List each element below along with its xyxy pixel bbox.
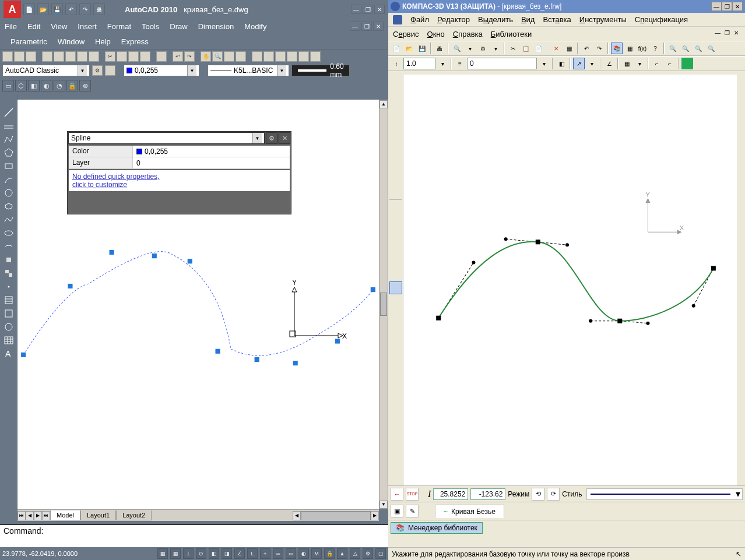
k-pp-auto-icon[interactable]: ✎ bbox=[406, 505, 419, 517]
sheet-icon[interactable] bbox=[287, 51, 297, 62]
k-zoomout-icon[interactable]: 🔍 bbox=[693, 43, 704, 54]
k-paste-icon[interactable]: 📄 bbox=[533, 43, 544, 54]
k-layer-combo[interactable]: 0 bbox=[467, 58, 537, 69]
k-mode-btn-1-icon[interactable]: ⟲ bbox=[532, 488, 544, 501]
k-menu-file[interactable]: Файл bbox=[410, 15, 429, 24]
k-menu-help[interactable]: Справка bbox=[453, 30, 483, 38]
ws-settings-icon[interactable]: ⚙ bbox=[92, 65, 103, 76]
k-inner-close-icon[interactable]: ✕ bbox=[732, 29, 740, 36]
dcenter-icon[interactable] bbox=[263, 51, 274, 62]
autocad-command-line[interactable]: Command: bbox=[0, 524, 388, 547]
k-vtb-poly-icon[interactable] bbox=[389, 268, 402, 281]
arc-icon[interactable] bbox=[2, 173, 15, 186]
inner-maximize-icon[interactable]: ❐ bbox=[361, 22, 372, 31]
ws2-icon[interactable]: ⚙ bbox=[363, 548, 373, 559]
k-redo-icon[interactable]: ↷ bbox=[593, 43, 605, 54]
k-snap-toggle-icon[interactable]: ↗ bbox=[573, 58, 585, 69]
qat-print-icon[interactable]: 🖶 bbox=[93, 3, 105, 15]
k-vtb-3-icon[interactable] bbox=[389, 102, 402, 115]
vp-lock-icon[interactable]: 🔒 bbox=[66, 80, 78, 91]
polygon-icon[interactable] bbox=[2, 146, 15, 159]
lock-icon[interactable]: 🔒 bbox=[324, 548, 335, 559]
paste-icon[interactable] bbox=[128, 51, 139, 62]
k-pp-select-icon[interactable]: ▣ bbox=[391, 505, 403, 517]
qp-icon[interactable]: ▭ bbox=[286, 548, 296, 559]
menu-view[interactable]: View bbox=[51, 22, 67, 31]
circle-icon[interactable] bbox=[2, 186, 15, 199]
ellipse-arc-icon[interactable] bbox=[2, 240, 15, 253]
k-blueview-icon[interactable] bbox=[681, 58, 693, 69]
k-vtb-point-icon[interactable] bbox=[389, 201, 402, 214]
k-menu-insert[interactable]: Вставка bbox=[543, 15, 571, 24]
k-props-icon[interactable]: ▦ bbox=[563, 43, 575, 54]
ellipse-icon[interactable] bbox=[2, 227, 15, 240]
color-combo[interactable]: 0,0,255▼ bbox=[124, 65, 199, 76]
hscroll-left-icon[interactable]: ◀ bbox=[293, 511, 301, 520]
k-vtb-4-icon[interactable] bbox=[389, 115, 402, 128]
k-menu-view[interactable]: Вид bbox=[521, 15, 535, 24]
k-calc-icon[interactable]: ▦ bbox=[624, 43, 635, 54]
preview-icon[interactable] bbox=[54, 51, 64, 62]
kompas-vertical-scrollbar[interactable] bbox=[737, 75, 745, 485]
k-pp-back-icon[interactable]: ← bbox=[391, 488, 403, 501]
annoscale-icon[interactable]: △ bbox=[350, 548, 360, 559]
qat-undo-icon[interactable]: ↶ bbox=[65, 3, 77, 15]
inner-minimize-icon[interactable]: — bbox=[350, 22, 360, 31]
k-inner-minimize-icon[interactable]: — bbox=[714, 29, 722, 36]
qprops-row-layer[interactable]: Layer 0 bbox=[69, 157, 290, 169]
osnap-icon[interactable]: ◧ bbox=[209, 548, 219, 559]
k-layer-arrow-icon[interactable]: ▾ bbox=[538, 58, 550, 69]
k-vtb-6-icon[interactable] bbox=[389, 142, 402, 155]
k-gear-arrow-icon[interactable]: ▾ bbox=[490, 43, 501, 54]
k-menu-spec[interactable]: Спецификация bbox=[635, 15, 688, 24]
k-eraser-icon[interactable]: ◧ bbox=[556, 58, 567, 69]
3dprint-icon[interactable] bbox=[77, 51, 87, 62]
k-snap-arrow-icon[interactable]: ▾ bbox=[586, 58, 598, 69]
k-vtb-1-icon[interactable] bbox=[389, 75, 402, 88]
polar-icon[interactable]: ⊙ bbox=[196, 548, 206, 559]
grid-icon[interactable]: ▦ bbox=[170, 548, 181, 559]
k-maximize-icon[interactable]: ❐ bbox=[722, 2, 732, 11]
menu-window[interactable]: Window bbox=[58, 37, 85, 46]
vertical-scrollbar[interactable]: ▲ ▼ bbox=[379, 100, 388, 509]
k-close-icon[interactable]: ✕ bbox=[732, 2, 743, 11]
k-grid-arrow-icon[interactable]: ▾ bbox=[634, 58, 645, 69]
block-icon[interactable] bbox=[156, 51, 167, 62]
menu-parametric[interactable]: Parametric bbox=[10, 37, 47, 46]
zoom-icon[interactable]: 🔍 bbox=[212, 51, 223, 62]
k-fx-icon[interactable]: f(x) bbox=[637, 43, 648, 54]
k-vtb-chamfer-icon[interactable] bbox=[389, 295, 402, 308]
scroll-thumb[interactable] bbox=[380, 293, 387, 316]
k-coord-y-input[interactable] bbox=[470, 488, 505, 500]
constrline-icon[interactable] bbox=[2, 119, 15, 132]
qat-open-icon[interactable]: 📂 bbox=[37, 3, 49, 15]
copy-icon[interactable] bbox=[117, 51, 127, 62]
k-vtb-9-icon[interactable] bbox=[389, 182, 402, 195]
qat-redo-icon[interactable]: ↷ bbox=[79, 3, 91, 15]
open-icon[interactable] bbox=[14, 51, 24, 62]
vp-rect-icon[interactable]: ◧ bbox=[28, 80, 40, 91]
qat-save-icon[interactable]: 💾 bbox=[51, 3, 63, 15]
k-menu-window[interactable]: Окно bbox=[427, 30, 445, 38]
k-globcs-icon[interactable]: ⌐ bbox=[664, 58, 676, 69]
tpal-icon[interactable] bbox=[275, 51, 286, 62]
k-mode-btn-2-icon[interactable]: ⟳ bbox=[547, 488, 560, 501]
snap-icon[interactable]: ▦ bbox=[157, 548, 168, 559]
spline-icon[interactable] bbox=[2, 213, 15, 226]
tab-prev-icon[interactable]: ◀ bbox=[26, 511, 34, 520]
k-menu-tools[interactable]: Инструменты bbox=[579, 15, 627, 24]
k-vtb-5-icon[interactable] bbox=[389, 129, 402, 142]
tab-layout1[interactable]: Layout1 bbox=[80, 510, 116, 520]
model-icon[interactable]: M bbox=[311, 548, 322, 559]
tab-first-icon[interactable]: ⏮ bbox=[17, 511, 26, 520]
k-open-icon[interactable]: 📂 bbox=[403, 43, 415, 54]
menu-format[interactable]: Format bbox=[107, 22, 131, 31]
k-save-icon[interactable]: 💾 bbox=[416, 43, 428, 54]
k-ortho-icon[interactable]: ∠ bbox=[603, 58, 615, 69]
publish-icon[interactable] bbox=[65, 51, 76, 62]
k-layer-icon[interactable]: ≡ bbox=[454, 58, 466, 69]
qcalc-icon[interactable] bbox=[310, 51, 321, 62]
make-block-icon[interactable] bbox=[2, 267, 15, 280]
qprops-options-icon[interactable]: ⚙ bbox=[266, 132, 277, 144]
save-icon[interactable] bbox=[26, 51, 36, 62]
